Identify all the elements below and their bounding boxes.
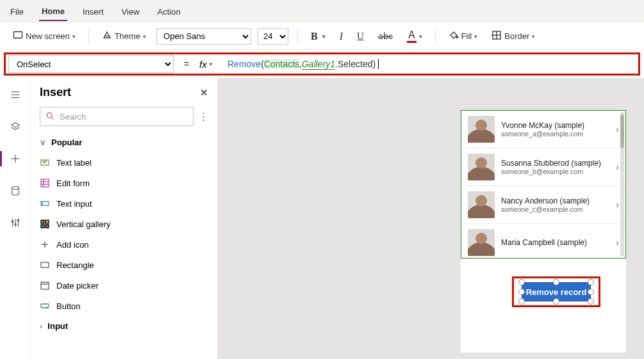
insert-text-input[interactable]: Text input [31, 193, 217, 214]
form-icon [40, 178, 50, 188]
svg-rect-29 [41, 225, 44, 228]
separator [88, 29, 89, 44]
insert-rectangle[interactable]: Rectangle [31, 255, 217, 275]
fill-label: Fill [461, 31, 472, 41]
data-icon[interactable] [5, 180, 26, 201]
strikethrough-button[interactable]: a̶b̶c̶ [374, 29, 397, 44]
gallery-row[interactable]: Maria Campbell (sample) › [461, 224, 625, 259]
chevron-right-icon[interactable]: › [616, 124, 619, 134]
selection-highlight: Remove record [512, 276, 600, 307]
svg-rect-30 [45, 225, 49, 228]
menu-view[interactable]: View [119, 3, 142, 20]
screen-icon [13, 30, 23, 42]
menu-action[interactable]: Action [155, 3, 183, 20]
chevron-right-icon[interactable]: › [616, 200, 619, 210]
separator [297, 29, 298, 44]
chevron-right-icon: › [40, 321, 42, 331]
svg-rect-33 [41, 262, 49, 267]
resize-handle[interactable] [588, 289, 594, 295]
contact-name: Nancy Anderson (sample) [501, 196, 609, 205]
property-select[interactable]: OnSelect [8, 55, 174, 73]
ribbon-toolbar: New screen ▾ Theme ▾ Open Sans 24 B▾ I U… [0, 23, 644, 50]
category-popular[interactable]: ∨ Popular [31, 132, 217, 152]
resize-handle[interactable] [518, 298, 525, 305]
resize-handle[interactable] [553, 279, 559, 285]
underline-button[interactable]: U [353, 28, 368, 44]
menu-file[interactable]: File [8, 3, 26, 20]
insert-vertical-gallery[interactable]: Vertical gallery [31, 214, 217, 234]
contact-name: Susanna Stubberod (sample) [501, 159, 609, 168]
chevron-down-icon: ∨ [40, 138, 46, 147]
scrollbar[interactable] [620, 112, 624, 257]
fill-button[interactable]: Fill ▾ [445, 28, 482, 45]
insert-date-picker[interactable]: Date picker [31, 275, 217, 296]
italic-button[interactable]: I [336, 28, 347, 45]
search-placeholder: Search [60, 112, 86, 122]
gallery-control[interactable]: Yvonne McKay (sample) someone_a@example.… [461, 110, 626, 259]
chevron-down-icon: ▾ [532, 33, 535, 40]
tree-view-icon[interactable] [5, 84, 26, 105]
calendar-icon [40, 280, 50, 291]
gallery-row[interactable]: Yvonne McKay (sample) someone_a@example.… [461, 111, 625, 148]
remove-record-button[interactable]: Remove record [522, 282, 591, 301]
resize-handle[interactable] [518, 289, 525, 295]
avatar [468, 154, 495, 180]
svg-point-2 [456, 36, 458, 38]
search-input[interactable]: Search [40, 107, 194, 126]
theme-icon [102, 30, 112, 42]
category-input[interactable]: › Input [31, 316, 217, 336]
resize-handle[interactable] [588, 279, 594, 285]
bold-button[interactable]: B▾ [307, 28, 329, 45]
svg-rect-38 [41, 304, 49, 308]
workspace: Insert ✕ Search ⋮ ∨ Popular Text label E… [0, 78, 644, 359]
border-button[interactable]: Border ▾ [488, 28, 539, 45]
chevron-right-icon[interactable]: › [616, 162, 619, 172]
chevron-right-icon[interactable]: › [616, 237, 619, 248]
close-icon[interactable]: ✕ [200, 87, 208, 99]
insert-icon[interactable] [5, 148, 26, 169]
more-options-icon[interactable]: ⋮ [199, 111, 208, 122]
font-size-select[interactable]: 24 [258, 28, 288, 45]
svg-rect-27 [41, 220, 44, 223]
contact-name: Maria Campbell (sample) [501, 238, 609, 247]
layers-icon[interactable] [5, 116, 26, 137]
canvas[interactable]: Yvonne McKay (sample) someone_a@example.… [218, 78, 644, 359]
new-screen-button[interactable]: New screen ▾ [9, 28, 79, 45]
new-screen-label: New screen [26, 31, 70, 41]
font-select[interactable]: Open Sans [156, 28, 251, 45]
insert-text-label[interactable]: Text label [31, 152, 217, 173]
svg-rect-21 [41, 179, 49, 187]
menu-bar: File Home Insert View Action [0, 0, 644, 23]
menu-home[interactable]: Home [39, 3, 67, 21]
separator [435, 29, 436, 44]
font-color-button[interactable]: A ▾ [403, 27, 426, 45]
resize-handle[interactable] [553, 298, 559, 305]
gallery-row[interactable]: Susanna Stubberod (sample) someone_b@exa… [461, 148, 625, 186]
insert-add-icon[interactable]: Add icon [31, 234, 217, 255]
chevron-down-icon: ▾ [72, 33, 76, 40]
svg-rect-34 [41, 282, 49, 289]
chevron-down-icon: ▾ [209, 61, 212, 67]
menu-insert[interactable]: Insert [80, 3, 106, 20]
tools-icon[interactable] [5, 212, 26, 233]
paint-bucket-icon [449, 30, 459, 42]
search-icon [45, 111, 54, 122]
button-icon [40, 301, 50, 311]
gallery-row[interactable]: Nancy Anderson (sample) someone_c@exampl… [461, 186, 625, 224]
resize-handle[interactable] [588, 298, 594, 305]
plus-icon [40, 239, 50, 250]
svg-line-19 [52, 117, 54, 119]
theme-button[interactable]: Theme ▾ [98, 28, 150, 45]
formula-input[interactable]: Remove ( Contacts , Gallery1 .Selected ) [227, 55, 439, 73]
insert-button[interactable]: Button [31, 296, 217, 316]
contact-email: someone_c@example.com [501, 205, 609, 213]
avatar [468, 191, 495, 218]
chevron-down-icon: ▾ [322, 33, 326, 40]
formula-bar: OnSelect = fx ▾ Remove ( Contacts , Gall… [4, 52, 640, 76]
rectangle-icon [40, 260, 50, 270]
resize-handle[interactable] [518, 279, 525, 285]
fx-button[interactable]: fx ▾ [199, 59, 224, 70]
insert-edit-form[interactable]: Edit form [31, 173, 217, 193]
equals-sign: = [178, 59, 195, 69]
avatar [468, 229, 495, 256]
